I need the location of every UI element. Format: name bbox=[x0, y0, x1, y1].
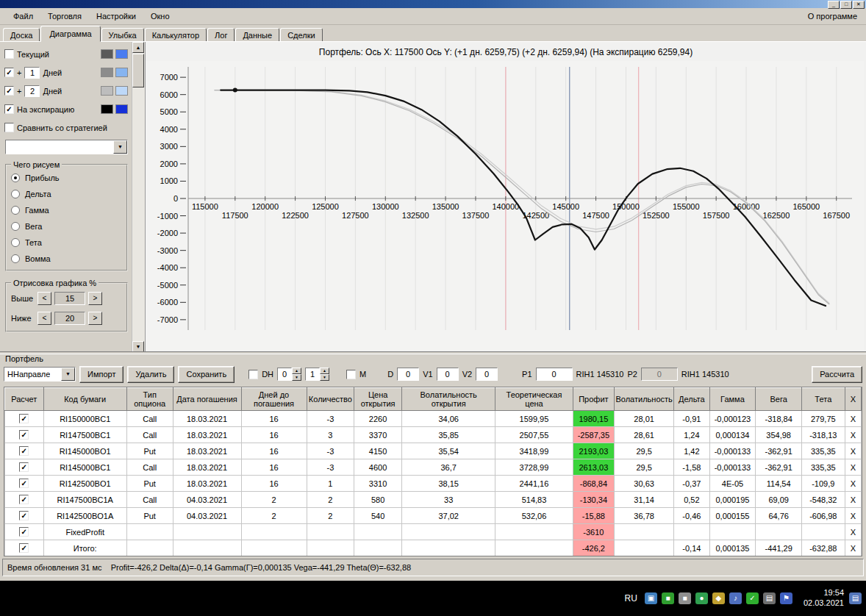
row-delete-button[interactable]: X bbox=[851, 479, 856, 488]
row-calc-checkbox[interactable] bbox=[19, 511, 29, 520]
radio-vega[interactable] bbox=[11, 222, 20, 231]
increment-button[interactable]: > bbox=[88, 292, 102, 305]
decrement-button[interactable]: < bbox=[37, 292, 51, 305]
tab-data[interactable]: Данные bbox=[235, 28, 279, 42]
dh-checkbox[interactable] bbox=[248, 370, 258, 379]
tray-icon-6[interactable]: ♪ bbox=[729, 592, 742, 604]
row-calc-checkbox[interactable] bbox=[19, 462, 29, 472]
draw-option-gamma[interactable]: Гамма bbox=[11, 202, 122, 218]
radio-delta[interactable] bbox=[11, 190, 20, 198]
delete-button[interactable]: Удалить bbox=[127, 366, 174, 383]
menu-item-file[interactable]: Файл bbox=[6, 10, 40, 23]
spin-up-icon[interactable]: ▲ bbox=[292, 368, 301, 374]
color-swatch-1[interactable] bbox=[101, 86, 113, 96]
tab-diagram[interactable]: Диаграмма bbox=[40, 26, 100, 42]
spin-down-icon[interactable]: ▼ bbox=[320, 374, 329, 381]
checkbox-compare-strategy[interactable] bbox=[4, 123, 14, 132]
tab-deals[interactable]: Сделки bbox=[280, 28, 323, 42]
d-input[interactable] bbox=[397, 368, 419, 381]
show-desktop-icon[interactable]: ▤ bbox=[849, 592, 862, 604]
tray-icon-5[interactable]: ◆ bbox=[712, 592, 725, 604]
strategy-combo[interactable]: ▼ bbox=[5, 140, 128, 154]
tray-icon-3[interactable]: ■ bbox=[679, 592, 691, 604]
row-calc-checkbox[interactable] bbox=[19, 479, 29, 488]
row-calc-checkbox[interactable] bbox=[19, 527, 29, 537]
row-delete-button[interactable]: X bbox=[851, 544, 856, 553]
row-delete-button[interactable]: X bbox=[851, 463, 856, 472]
checkbox-plus2days[interactable] bbox=[4, 86, 14, 96]
draw-option-profit[interactable]: Прибыль bbox=[11, 170, 122, 186]
spin-up-icon[interactable]: ▲ bbox=[320, 368, 329, 374]
color-swatch-1[interactable] bbox=[101, 49, 113, 59]
tray-icon-8[interactable]: ▤ bbox=[763, 592, 776, 604]
scrollbar-thumb[interactable] bbox=[132, 54, 144, 87]
direction-combo[interactable]: ННаправле ▼ bbox=[4, 367, 76, 382]
row-delete-button[interactable]: X bbox=[851, 528, 856, 537]
row-delete-button[interactable]: X bbox=[851, 512, 856, 520]
import-button[interactable]: Импорт bbox=[79, 366, 124, 383]
dh-spinner-1[interactable]: 0 ▲ ▼ bbox=[277, 368, 301, 381]
color-swatch-2[interactable] bbox=[115, 49, 128, 59]
spin-down-icon[interactable]: ▼ bbox=[292, 374, 301, 381]
row-calc-checkbox[interactable] bbox=[19, 430, 29, 440]
tab-smile[interactable]: Улыбка bbox=[101, 28, 144, 42]
panel-scrollbar[interactable]: ▲ ▼ bbox=[132, 42, 145, 352]
p1-input[interactable] bbox=[536, 368, 573, 381]
language-indicator[interactable]: RU bbox=[625, 593, 637, 604]
draw-option-vomma[interactable]: Вомма bbox=[11, 251, 122, 267]
menu-item-trading[interactable]: Торговля bbox=[40, 10, 89, 23]
taskbar-clock[interactable]: 19:54 02.03.2021 bbox=[804, 588, 844, 609]
tray-icon-1[interactable]: ▣ bbox=[645, 592, 657, 604]
color-swatch-1[interactable] bbox=[101, 104, 113, 114]
row-calc-checkbox[interactable] bbox=[19, 414, 29, 423]
row-delete-button[interactable]: X bbox=[851, 447, 856, 456]
menu-item-settings[interactable]: Настройки bbox=[89, 10, 143, 23]
menu-item-window[interactable]: Окно bbox=[143, 10, 177, 23]
m-checkbox[interactable] bbox=[346, 370, 356, 379]
window-titlebar[interactable]: _□✕ bbox=[0, 0, 866, 8]
days-input-plus2days[interactable] bbox=[24, 85, 40, 97]
row-calc-checkbox[interactable] bbox=[19, 543, 29, 553]
decrement-button[interactable]: < bbox=[37, 312, 51, 325]
checkbox-current[interactable] bbox=[4, 49, 14, 59]
draw-option-theta[interactable]: Тета bbox=[11, 234, 122, 251]
tray-icon-4[interactable]: ● bbox=[695, 592, 708, 604]
dh-spinner-2[interactable]: 1 ▲ ▼ bbox=[305, 368, 329, 381]
row-calc-checkbox[interactable] bbox=[19, 495, 29, 504]
chevron-down-icon[interactable]: ▼ bbox=[61, 368, 75, 381]
row-delete-button[interactable]: X bbox=[851, 415, 856, 423]
radio-gamma[interactable] bbox=[11, 206, 20, 215]
scroll-up-icon[interactable]: ▲ bbox=[132, 42, 144, 53]
increment-button[interactable]: > bbox=[88, 312, 102, 325]
chevron-down-icon[interactable]: ▼ bbox=[113, 140, 127, 154]
radio-vomma[interactable] bbox=[11, 254, 20, 263]
color-swatch-2[interactable] bbox=[115, 104, 128, 114]
row-delete-button[interactable]: X bbox=[851, 495, 856, 504]
checkbox-plus1day[interactable] bbox=[4, 68, 14, 77]
tab-board[interactable]: Доска bbox=[3, 28, 40, 42]
row-calc-checkbox[interactable] bbox=[19, 446, 29, 456]
calculate-button[interactable]: Рассчита bbox=[812, 366, 862, 383]
menu-item-about[interactable]: О программе bbox=[801, 10, 860, 23]
days-input-plus1day[interactable] bbox=[24, 67, 40, 79]
v2-input[interactable] bbox=[476, 368, 498, 381]
tray-icon-2[interactable]: ■ bbox=[662, 592, 674, 604]
row-delete-button[interactable]: X bbox=[851, 431, 856, 440]
draw-option-vega[interactable]: Вега bbox=[11, 218, 122, 234]
scroll-down-icon[interactable]: ▼ bbox=[132, 341, 144, 352]
color-swatch-1[interactable] bbox=[101, 68, 113, 77]
checkbox-expiration[interactable] bbox=[4, 104, 14, 114]
color-swatch-2[interactable] bbox=[115, 86, 128, 96]
tray-icon-9[interactable]: ⚑ bbox=[780, 592, 792, 604]
radio-theta[interactable] bbox=[11, 238, 20, 247]
radio-profit[interactable] bbox=[11, 173, 20, 182]
color-swatches bbox=[101, 68, 128, 77]
tab-log[interactable]: Лог bbox=[207, 28, 235, 42]
payoff-chart[interactable]: 70006000500040003000200010000-1000-2000-… bbox=[146, 61, 864, 351]
color-swatch-2[interactable] bbox=[115, 68, 128, 77]
tab-calculator[interactable]: Калькулятор bbox=[145, 28, 207, 42]
draw-option-delta[interactable]: Дельта bbox=[11, 186, 122, 202]
v1-input[interactable] bbox=[437, 368, 459, 381]
tray-icon-7[interactable]: ✓ bbox=[746, 592, 759, 604]
save-button[interactable]: Сохранить bbox=[178, 366, 235, 383]
